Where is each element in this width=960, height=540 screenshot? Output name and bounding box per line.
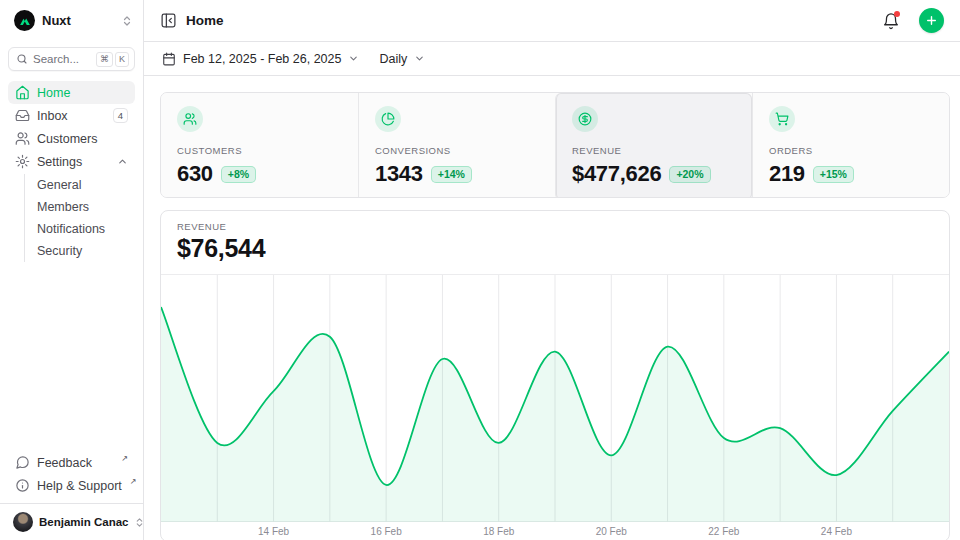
- message-circle-icon: [15, 455, 30, 470]
- sidebar: Nuxt Search... ⌘ K Home: [0, 0, 144, 540]
- dashboard-content: CUSTOMERS 630 +8% CONVERSIONS 1343 +14%: [144, 76, 960, 540]
- app-window: Nuxt Search... ⌘ K Home: [0, 0, 960, 540]
- sidebar-item-members[interactable]: Members: [25, 196, 135, 218]
- cart-icon: [769, 106, 795, 132]
- sidebar-item-notifications[interactable]: Notifications: [25, 218, 135, 240]
- search-input[interactable]: Search... ⌘ K: [8, 47, 135, 71]
- stat-card-orders[interactable]: ORDERS 219 +15%: [752, 93, 949, 198]
- avatar: [13, 512, 33, 532]
- period-label: Daily: [379, 52, 407, 66]
- stat-label: CONVERSIONS: [375, 145, 539, 156]
- area-chart-svg: [161, 275, 949, 522]
- stat-label: ORDERS: [769, 145, 933, 156]
- sidebar-nav: Home Inbox 4 Customers Settings: [0, 81, 143, 262]
- info-circle-icon: [15, 478, 30, 493]
- chevron-up-icon: [117, 156, 128, 167]
- sidebar-item-help-support[interactable]: Help & Support ↗: [8, 474, 135, 497]
- chevron-up-down-icon: [121, 15, 133, 27]
- stat-value: 219: [769, 161, 805, 187]
- revenue-area-chart: [161, 275, 949, 522]
- sidebar-item-inbox[interactable]: Inbox 4: [8, 104, 135, 127]
- gear-icon: [15, 154, 30, 169]
- x-tick-label: 14 Feb: [258, 526, 289, 537]
- stats-grid: CUSTOMERS 630 +8% CONVERSIONS 1343 +14%: [160, 92, 950, 198]
- kbd-k: K: [115, 52, 129, 67]
- chevron-down-icon: [348, 53, 359, 64]
- stat-delta-badge: +20%: [669, 166, 710, 183]
- stat-delta-badge: +8%: [221, 166, 256, 183]
- sidebar-item-home[interactable]: Home: [8, 81, 135, 104]
- sidebar-item-settings[interactable]: Settings: [8, 150, 135, 173]
- add-button[interactable]: [919, 8, 944, 33]
- chart-pie-icon: [375, 106, 401, 132]
- panel-left-close-icon[interactable]: [160, 12, 177, 29]
- home-icon: [15, 85, 30, 100]
- filters-toolbar: Feb 12, 2025 - Feb 26, 2025 Daily: [144, 42, 960, 76]
- stat-card-revenue[interactable]: REVENUE $477,626 +20%: [555, 93, 752, 198]
- stat-card-conversions[interactable]: CONVERSIONS 1343 +14%: [358, 93, 555, 198]
- circle-dollar-icon: [572, 106, 598, 132]
- chart-title: REVENUE: [177, 221, 933, 232]
- x-axis-labels: 14 Feb16 Feb18 Feb20 Feb22 Feb24 Feb: [161, 522, 949, 540]
- notification-dot: [894, 11, 900, 17]
- x-tick-label: 18 Feb: [483, 526, 514, 537]
- chevron-down-icon: [414, 53, 425, 64]
- inbox-icon: [15, 108, 30, 123]
- settings-submenu: General Members Notifications Security: [24, 174, 135, 262]
- page-header: Home: [144, 0, 960, 42]
- stat-label: REVENUE: [572, 145, 736, 156]
- sidebar-item-feedback[interactable]: Feedback ↗: [8, 451, 135, 474]
- sidebar-footer: Feedback ↗ Help & Support ↗: [0, 451, 143, 503]
- stat-delta-badge: +14%: [431, 166, 472, 183]
- notifications-button[interactable]: [880, 10, 902, 32]
- external-link-icon: ↗: [130, 477, 137, 486]
- date-range-label: Feb 12, 2025 - Feb 26, 2025: [183, 52, 341, 66]
- users-icon: [15, 131, 30, 146]
- nuxt-logo-icon: [14, 10, 35, 31]
- plus-icon: [925, 14, 938, 27]
- sidebar-item-customers[interactable]: Customers: [8, 127, 135, 150]
- calendar-icon: [162, 52, 176, 66]
- date-range-picker[interactable]: Feb 12, 2025 - Feb 26, 2025: [154, 47, 367, 71]
- workspace-name: Nuxt: [42, 13, 114, 28]
- inbox-count-badge: 4: [113, 108, 128, 123]
- workspace-switcher[interactable]: Nuxt: [0, 0, 143, 39]
- search-placeholder: Search...: [33, 53, 91, 65]
- stat-card-customers[interactable]: CUSTOMERS 630 +8%: [161, 93, 358, 198]
- main-panel: Home Feb 12, 2025 - Feb 26, 2025: [144, 0, 960, 540]
- sidebar-item-general[interactable]: General: [25, 174, 135, 196]
- search-icon: [16, 53, 28, 65]
- sidebar-item-security[interactable]: Security: [25, 240, 135, 262]
- revenue-chart-card: REVENUE $76,544 14 Feb16 Feb18 Feb20 Feb…: [160, 210, 950, 540]
- x-tick-label: 24 Feb: [821, 526, 852, 537]
- users-icon: [177, 106, 203, 132]
- page-title: Home: [186, 13, 871, 28]
- x-tick-label: 20 Feb: [596, 526, 627, 537]
- stat-label: CUSTOMERS: [177, 145, 342, 156]
- chart-header: REVENUE $76,544: [161, 211, 949, 275]
- x-tick-label: 16 Feb: [371, 526, 402, 537]
- x-tick-label: 22 Feb: [708, 526, 739, 537]
- stat-delta-badge: +15%: [813, 166, 854, 183]
- kbd-cmd: ⌘: [96, 52, 113, 67]
- stat-value: 1343: [375, 161, 423, 187]
- user-menu[interactable]: Benjamin Canac: [0, 503, 143, 540]
- stat-value: $477,626: [572, 161, 661, 187]
- user-name: Benjamin Canac: [39, 516, 128, 528]
- stat-value: 630: [177, 161, 213, 187]
- external-link-icon: ↗: [121, 454, 128, 463]
- chart-current-value: $76,544: [177, 234, 933, 263]
- period-select[interactable]: Daily: [371, 47, 433, 71]
